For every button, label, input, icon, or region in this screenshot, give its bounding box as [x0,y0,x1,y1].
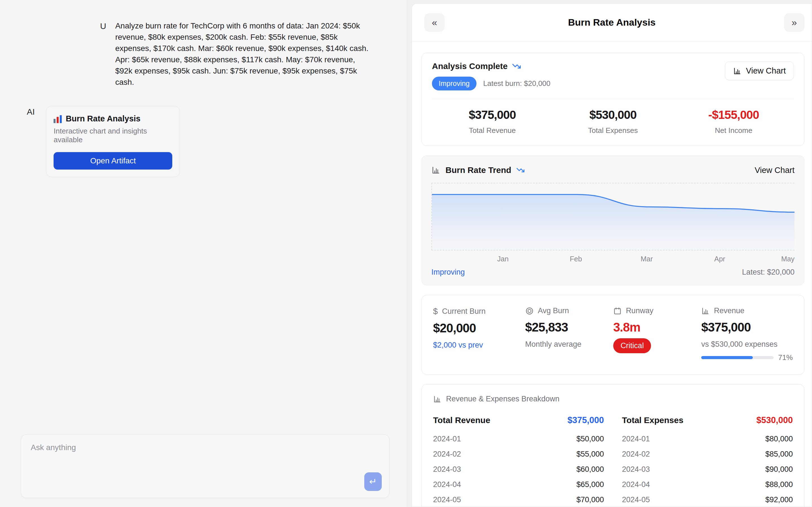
expenses-column: Total Expenses $530,000 2024-01$80,000 2… [622,415,793,507]
x-tick: May [781,255,795,263]
artifact-card-subtitle: Interactive chart and insights available [54,127,172,144]
table-row: 2024-05$92,000 [622,494,793,506]
return-arrow-icon: ↵ [369,476,377,487]
net-income-stat: -$155,000 Net Income [673,108,794,135]
stat-value: -$155,000 [673,108,794,122]
stat-label: Total Revenue [432,126,553,135]
current-burn-metric: $ Current Burn $20,000 $2,000 vs prev [433,306,517,362]
metric-value: $20,000 [433,321,517,335]
revenue-metric: Revenue $375,000 vs $530,000 expenses 71… [701,306,793,362]
expenses-column-label: Total Expenses [622,415,683,425]
trend-title: Burn Rate Trend [446,165,511,175]
table-row: 2024-03$60,000 [433,463,604,476]
metric-value: 3.8m [613,320,693,334]
breakdown-card: Revenue & Expenses Breakdown Total Reven… [421,384,804,507]
latest-burn-text: Latest burn: $20,000 [483,79,551,88]
stat-value: $375,000 [432,108,553,122]
collapse-panel-button[interactable]: « [424,13,445,32]
trending-down-icon [516,166,525,174]
analysis-summary-card: Analysis Complete Improving Latest burn:… [421,53,804,146]
table-row: 2024-02$85,000 [622,448,793,460]
target-icon [525,307,534,315]
calendar-icon [613,307,622,315]
stat-value: $530,000 [553,108,673,122]
ai-message-row: AI Burn Rate Analysis Interactive chart … [0,88,407,177]
metric-subtext: $2,000 vs prev [433,341,517,349]
trend-status-text: Improving [432,268,465,277]
expenses-column-total: $530,000 [756,415,793,425]
user-message-text: Analyze burn rate for TechCorp with 6 mo… [115,20,370,88]
total-revenue-stat: $375,000 Total Revenue [432,108,553,135]
bar-chart-icon [54,115,62,123]
view-chart-button[interactable]: View Chart [725,61,794,80]
x-tick: Mar [641,255,653,263]
table-row: 2024-02$55,000 [433,448,604,460]
bar-chart-icon [432,166,441,175]
burn-rate-trend-card: Burn Rate Trend View Chart [421,156,804,285]
bar-chart-icon [701,307,710,315]
table-row: 2024-03$90,000 [622,463,793,476]
revenue-progress-bar [701,356,774,359]
trend-view-chart-link[interactable]: View Chart [755,166,795,175]
panel-content: Analysis Complete Improving Latest burn:… [412,41,812,507]
table-row: 2024-01$80,000 [622,433,793,445]
breakdown-title: Revenue & Expenses Breakdown [446,395,559,403]
artifact-card-title: Burn Rate Analysis [66,114,140,123]
trending-down-icon [512,62,521,71]
avg-burn-metric: Avg Burn $25,833 Monthly average [525,306,605,362]
send-button[interactable]: ↵ [364,472,382,491]
table-row: 2024-04$88,000 [622,478,793,491]
panel-header: « Burn Rate Analysis » [412,4,812,41]
summary-title: Analysis Complete [432,61,507,71]
area-chart-svg [432,183,795,250]
trend-latest-text: Latest: $20,000 [742,268,795,277]
revenue-column-total: $375,000 [567,415,604,425]
dollar-sign-icon: $ [433,306,438,316]
expand-panel-button[interactable]: » [784,13,804,32]
composer: ↵ [21,434,389,498]
ai-avatar: AI [27,106,35,177]
user-avatar: U [100,20,106,88]
chat-input[interactable] [21,435,389,474]
total-expenses-stat: $530,000 Total Expenses [553,108,673,135]
x-tick: Apr [714,255,725,263]
metric-value: $375,000 [701,320,793,334]
x-axis-labels: Jan Feb Mar Apr May [432,250,795,263]
table-row: 2024-04$65,000 [433,478,604,491]
improving-badge: Improving [432,76,476,91]
bar-chart-icon [433,395,442,403]
stat-label: Net Income [673,126,794,135]
user-message-row: U Analyze burn rate for TechCorp with 6 … [0,0,407,88]
metric-subtext: vs $530,000 expenses [701,340,793,349]
bar-chart-icon [733,67,742,75]
burn-rate-chart [432,183,795,250]
stat-label: Total Expenses [553,126,673,135]
revenue-column: Total Revenue $375,000 2024-01$50,000 20… [433,415,604,507]
artifact-panel: « Burn Rate Analysis » Analysis Complete… [412,3,812,507]
progress-percent: 71% [778,353,793,362]
table-row: 2024-01$50,000 [433,433,604,445]
artifact-preview-card: Burn Rate Analysis Interactive chart and… [46,106,180,177]
open-artifact-button[interactable]: Open Artifact [54,152,172,170]
revenue-column-label: Total Revenue [433,415,490,425]
critical-badge: Critical [613,338,651,353]
metric-value: $25,833 [525,320,605,334]
x-tick: Feb [570,255,582,263]
runway-metric: Runway 3.8m Critical [613,306,693,362]
metrics-card: $ Current Burn $20,000 $2,000 vs prev Av… [421,295,804,375]
metric-subtext: Monthly average [525,340,605,349]
x-tick: Jan [497,255,509,263]
chat-pane: U Analyze burn rate for TechCorp with 6 … [0,0,407,507]
table-row: 2024-05$70,000 [433,494,604,506]
panel-title: Burn Rate Analysis [412,17,812,28]
